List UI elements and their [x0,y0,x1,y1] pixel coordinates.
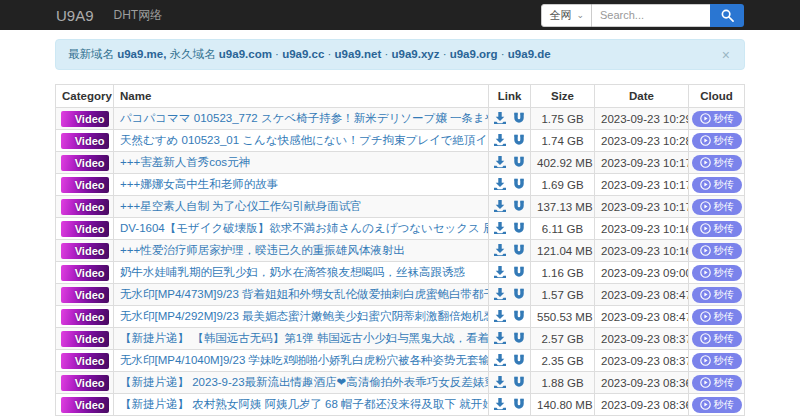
magnet-icon[interactable] [513,288,525,300]
cloud-play-button[interactable]: 秒传 [692,353,742,369]
category-badge-video[interactable]: Video [61,265,109,281]
domain-notice: 最新域名 u9a9.me, 永久域名 u9a9.com · u9a9.cc · … [55,39,745,70]
nav-link-dht[interactable]: DHT网络 [114,7,163,24]
torrent-title-link[interactable]: +++性爱治疗师居家护理，暌违已久的重振雄风体液射出 [120,244,405,256]
torrent-title-link[interactable]: 无水印[MP4/1040M]9/23 学妹吃鸡啪啪小娇乳白虎粉穴被各种姿势无套输… [120,354,489,366]
cloud-play-button[interactable]: 秒传 [692,331,742,347]
size-value: 1.69 GB [531,174,595,196]
cloud-play-button[interactable]: 秒传 [692,287,742,303]
download-icon[interactable] [494,178,506,190]
date-value: 2023-09-23 10:29:21 [595,108,689,130]
cloud-play-button[interactable]: 秒传 [692,309,742,325]
permanent-domain-link[interactable]: u9a9.com [219,48,272,60]
torrent-title-link[interactable]: +++星空素人自制 为了心仪工作勾引献身面试官 [120,200,362,212]
close-icon[interactable]: × [720,48,732,62]
torrent-title-link[interactable]: +++娜娜女高中生和老师的故事 [120,178,278,190]
category-badge-video[interactable]: Video [61,177,109,193]
table-row: Video 奶牛水娃哺乳期的巨乳少妇，奶水在滴答狼友想喝吗，丝袜高跟诱惑 1.1… [56,262,745,284]
category-badge-video[interactable]: Video [61,243,109,259]
permanent-domain-link[interactable]: u9a9.cc [282,48,324,60]
magnet-icon[interactable] [513,222,525,234]
cloud-play-button[interactable]: 秒传 [692,133,742,149]
category-badge-video[interactable]: Video [61,155,109,171]
size-value: 121.04 MB [531,240,595,262]
magnet-icon[interactable] [513,310,525,322]
cloud-play-button[interactable]: 秒传 [692,111,742,127]
magnet-icon[interactable] [513,398,525,410]
download-icon[interactable] [494,244,506,256]
torrent-title-link[interactable]: 【新捷片递】 2023-9-23最新流出情趣酒店❤高清偷拍外表乖巧女反差婊穿上黑… [120,376,489,388]
category-badge-video[interactable]: Video [61,309,109,325]
magnet-icon[interactable] [513,244,525,256]
cloud-play-button[interactable]: 秒传 [692,155,742,171]
header-cloud: Cloud [689,85,745,108]
table-row: Video +++性爱治疗师居家护理，暌违已久的重振雄风体液射出 121.04 … [56,240,745,262]
notice-domains: u9a9.com · u9a9.cc · u9a9.net · u9a9.xyz… [219,48,551,60]
cloud-button-label: 秒传 [714,201,734,213]
download-icon[interactable] [494,354,506,366]
table-row: Video DV-1604【モザイク破壊版】欲求不満お姉さんのえげつないセックス… [56,218,745,240]
cloud-button-label: 秒传 [714,377,734,389]
magnet-icon[interactable] [513,178,525,190]
brand-link[interactable]: U9A9 [56,7,94,24]
play-circle-icon [700,135,711,146]
download-icon[interactable] [494,200,506,212]
search-input[interactable] [592,4,710,27]
torrent-title-link[interactable]: 天然むすめ 010523_01 こんな快感他にない！プチ拘束プレイで絶頂イキ 高… [120,134,489,146]
torrent-title-link[interactable]: 无水印[MP4/292M]9/23 最美媚态蜜汁嫩鲍美少妇蜜穴阴蒂刺激翻倍炮机怼… [120,310,489,322]
cloud-play-button[interactable]: 秒传 [692,221,742,237]
latest-domain-link[interactable]: u9a9.me, [117,48,166,60]
magnet-icon[interactable] [513,354,525,366]
magnet-icon[interactable] [513,376,525,388]
download-icon[interactable] [494,222,506,234]
magnet-icon[interactable] [513,134,525,146]
category-badge-video[interactable]: Video [61,221,109,237]
download-icon[interactable] [494,310,506,322]
magnet-icon[interactable] [513,156,525,168]
size-value: 140.80 MB [531,394,595,416]
category-badge-video[interactable]: Video [61,397,109,413]
cloud-button-label: 秒传 [714,113,734,125]
search-icon [721,9,734,22]
category-badge-video[interactable]: Video [61,133,109,149]
size-value: 2.57 GB [531,328,595,350]
torrent-title-link[interactable]: 【新捷片递】 农村熟女阿姨 阿姨几岁了 68 帽子都还没来得及取下 就开始了 被… [120,398,489,410]
download-icon[interactable] [494,398,506,410]
cloud-button-label: 秒传 [714,399,734,411]
download-icon[interactable] [494,376,506,388]
download-icon[interactable] [494,332,506,344]
magnet-icon[interactable] [513,332,525,344]
permanent-domain-link[interactable]: u9a9.org [450,48,498,60]
download-icon[interactable] [494,156,506,168]
torrent-title-link[interactable]: 奶牛水娃哺乳期的巨乳少妇，奶水在滴答狼友想喝吗，丝袜高跟诱惑 [120,266,465,278]
category-badge-video[interactable]: Video [61,111,109,127]
torrent-title-link[interactable]: パコパコママ 010523_772 スケベ椅子持参！新米デリソープ嬢 一条まや [120,112,489,124]
category-badge-video[interactable]: Video [61,353,109,369]
torrent-title-link[interactable]: 无水印[MP4/473M]9/23 背着姐姐和外甥女乱伦做爱抽刺白虎蜜鲍白带都干… [120,288,489,300]
category-badge-video[interactable]: Video [61,287,109,303]
search-scope-select[interactable]: 全网 ⌄ [541,4,592,27]
permanent-domain-link[interactable]: u9a9.de [508,48,551,60]
magnet-icon[interactable] [513,200,525,212]
download-icon[interactable] [494,112,506,124]
download-icon[interactable] [494,134,506,146]
category-badge-video[interactable]: Video [61,331,109,347]
cloud-play-button[interactable]: 秒传 [692,199,742,215]
download-icon[interactable] [494,266,506,278]
cloud-play-button[interactable]: 秒传 [692,177,742,193]
torrent-title-link[interactable]: +++害羞新人首秀cos元神 [120,156,250,168]
cloud-play-button[interactable]: 秒传 [692,375,742,391]
download-icon[interactable] [494,288,506,300]
magnet-icon[interactable] [513,112,525,124]
category-badge-video[interactable]: Video [61,199,109,215]
search-button[interactable] [710,4,744,27]
torrent-title-link[interactable]: DV-1604【モザイク破壊版】欲求不満お姉さんのえげつないセックス 辰巳ゆい [120,222,489,234]
cloud-play-button[interactable]: 秒传 [692,265,742,281]
permanent-domain-link[interactable]: u9a9.net [335,48,382,60]
cloud-play-button[interactable]: 秒传 [692,397,742,413]
permanent-domain-link[interactable]: u9a9.xyz [391,48,439,60]
cloud-play-button[interactable]: 秒传 [692,243,742,259]
category-badge-video[interactable]: Video [61,375,109,391]
magnet-icon[interactable] [513,266,525,278]
torrent-title-link[interactable]: 【新捷片递】 【韩国远古无码】第1弹 韩国远古小少妇与黑鬼大战，看着大屌在韩国女… [120,332,489,344]
